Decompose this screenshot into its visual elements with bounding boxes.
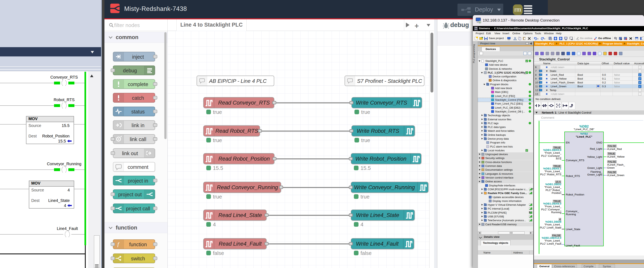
svg-text:?: ? bbox=[616, 37, 617, 39]
